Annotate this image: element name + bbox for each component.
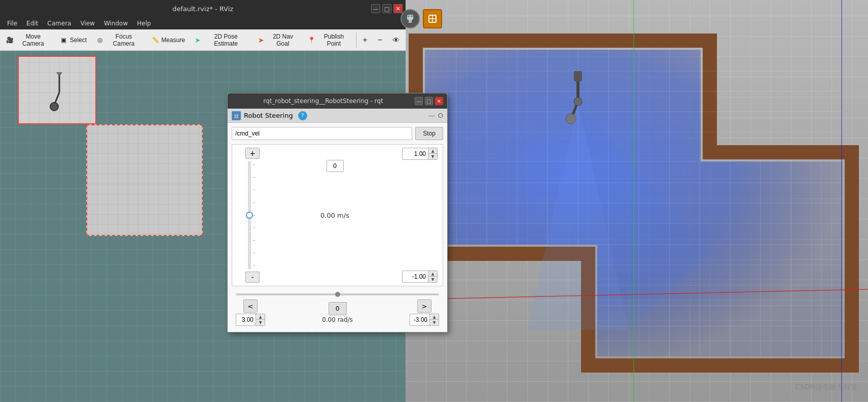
toolbar-focus-camera[interactable]: ◎ Focus Camera: [92, 31, 146, 49]
robot-arm-svg: [44, 72, 75, 113]
bottom-row: < ▲ ▼ 0 0.00 rad/s >: [232, 299, 443, 328]
floor-top-left: [18, 56, 96, 124]
menu-help[interactable]: Help: [133, 19, 155, 28]
v-center-spinbox-wrap: [327, 160, 344, 172]
menu-window[interactable]: Window: [100, 19, 132, 28]
toolbar-pose-estimate[interactable]: ➤ 2D Pose Estimate: [190, 31, 252, 49]
v-center-input[interactable]: [327, 160, 343, 172]
v-minus-button[interactable]: -: [245, 272, 260, 283]
icon-robot[interactable]: [401, 9, 420, 28]
toolbar-nav-label: 2D Nav Goal: [267, 33, 299, 47]
toolbar-pose-label: 2D Pose Estimate: [204, 33, 248, 47]
toolbar-measure[interactable]: 📏 Measure: [147, 34, 189, 46]
v-max-input-wrap: ▲ ▼: [402, 148, 438, 160]
v-min-input[interactable]: [403, 271, 428, 282]
h-slider-thumb[interactable]: [335, 292, 340, 297]
steering-area: +: [232, 144, 443, 286]
right-limit-spin-down[interactable]: ▼: [430, 320, 439, 325]
toolbar-publish-label: Publish Point: [317, 33, 350, 47]
viewport-3d-inner: CSDN@先睡个好觉: [406, 0, 868, 402]
right-dir-button[interactable]: >: [417, 299, 431, 313]
h-center-button[interactable]: 0: [329, 302, 347, 315]
toolbar-select-label: Select: [70, 37, 87, 44]
v-max-spinner: ▲ ▼: [428, 148, 437, 159]
dash-separator: —: [428, 112, 435, 119]
v-max-input[interactable]: [403, 148, 428, 159]
toolbar-eye[interactable]: 👁: [388, 34, 404, 46]
v-max-spin-up[interactable]: ▲: [428, 148, 437, 154]
menu-edit[interactable]: Edit: [22, 19, 42, 28]
v-tick-marks: [253, 164, 257, 266]
camera-icon: 🎥: [6, 36, 14, 44]
right-limit-spin-up[interactable]: ▲: [430, 314, 439, 320]
stop-button[interactable]: Stop: [415, 127, 443, 140]
svg-point-41: [411, 15, 413, 17]
dialog-minimize[interactable]: —: [415, 97, 423, 105]
pose-icon: ➤: [194, 36, 202, 44]
dialog-titlebar: rqt_robot_steering__RobotSteering - rqt …: [228, 93, 447, 109]
center-controls: 0 0.00 rad/s: [268, 302, 407, 323]
right-limit-input[interactable]: [410, 314, 429, 325]
toolbar-remove[interactable]: −: [374, 34, 386, 47]
toolbar-measure-label: Measure: [161, 37, 185, 44]
robot-icon-small: 🤖: [232, 111, 241, 120]
dialog-body: Stop +: [228, 123, 447, 332]
v-min-input-wrap: ▲ ▼: [402, 271, 438, 283]
steering-dialog: rqt_robot_steering__RobotSteering - rqt …: [227, 93, 448, 332]
toolbar-right: + − 👁: [358, 34, 404, 47]
left-limit-spin-up[interactable]: ▲: [256, 314, 265, 320]
dialog-maximize[interactable]: □: [425, 97, 433, 105]
select-icon: ▣: [60, 36, 68, 44]
topic-input[interactable]: [232, 127, 412, 140]
watermark: CSDN@先睡个好觉: [795, 383, 858, 392]
svg-point-40: [408, 15, 410, 17]
left-limit-input[interactable]: [236, 314, 256, 325]
menu-camera[interactable]: Camera: [43, 19, 75, 28]
h-speed-display: 0.00 rad/s: [322, 316, 353, 323]
left-limit-spin-down[interactable]: ▼: [256, 320, 265, 325]
dialog-subtitle-bar: 🤖 Robot Steering ? — O: [228, 109, 447, 123]
minimize-button[interactable]: —: [371, 4, 380, 13]
left-side-controls: < ▲ ▼: [236, 299, 265, 326]
toolbar-move-camera[interactable]: 🎥 Move Camera: [2, 31, 55, 49]
v-min-spin-up[interactable]: ▲: [428, 271, 437, 277]
ruler-icon: 📏: [151, 36, 159, 44]
right-limit-wrap: ▲ ▼: [410, 314, 439, 326]
dialog-title: rqt_robot_steering__RobotSteering - rqt: [232, 97, 415, 105]
menu-view[interactable]: View: [76, 19, 98, 28]
svg-point-3: [57, 72, 62, 75]
help-button[interactable]: ?: [298, 111, 307, 120]
right-inputs: ▲ ▼ ▲ ▼: [397, 145, 443, 286]
left-dir-button[interactable]: <: [243, 299, 258, 313]
v-slider-thumb[interactable]: [246, 212, 253, 219]
rviz-toolbar: 🎥 Move Camera ▣ Select ◎ Focus Camera 📏 …: [0, 29, 406, 51]
right-limit-spinner: ▲ ▼: [429, 314, 439, 325]
v-speed-label: 0.00 m/s: [320, 212, 349, 219]
v-plus-button[interactable]: +: [245, 148, 260, 159]
floor-bottom-grid: [87, 125, 202, 235]
v-min-spinner: ▲ ▼: [428, 271, 437, 282]
toolbar-focus-label: Focus Camera: [105, 33, 142, 47]
rviz-titlebar: default.rviz* - RViz — □ ✕: [0, 0, 406, 17]
dialog-close[interactable]: ✕: [435, 97, 443, 105]
v-max-spin-down[interactable]: ▼: [428, 154, 437, 159]
toolbar-nav-goal[interactable]: ➤ 2D Nav Goal: [254, 31, 303, 49]
h-tick-track: [236, 290, 439, 298]
icon-box[interactable]: [423, 9, 442, 28]
toolbar-separator: [356, 32, 356, 48]
svg-rect-39: [409, 20, 412, 23]
menu-file[interactable]: File: [3, 19, 21, 28]
v-min-spin-down[interactable]: ▼: [428, 277, 437, 282]
close-x: O: [438, 112, 443, 119]
left-limit-spinner: ▲ ▼: [256, 314, 265, 325]
left-limit-wrap: ▲ ▼: [236, 314, 265, 326]
maximize-button[interactable]: □: [382, 4, 391, 13]
dialog-controls: — □ ✕: [415, 97, 443, 105]
viewport-3d: CSDN@先睡个好觉: [406, 0, 868, 402]
toolbar-publish-point[interactable]: 📍 Publish Point: [304, 31, 354, 49]
toolbar-add[interactable]: +: [358, 34, 371, 47]
v-slider-container: +: [232, 145, 273, 286]
v-slider-track[interactable]: [248, 161, 251, 270]
point-icon: 📍: [308, 36, 315, 44]
toolbar-select[interactable]: ▣ Select: [56, 34, 91, 46]
